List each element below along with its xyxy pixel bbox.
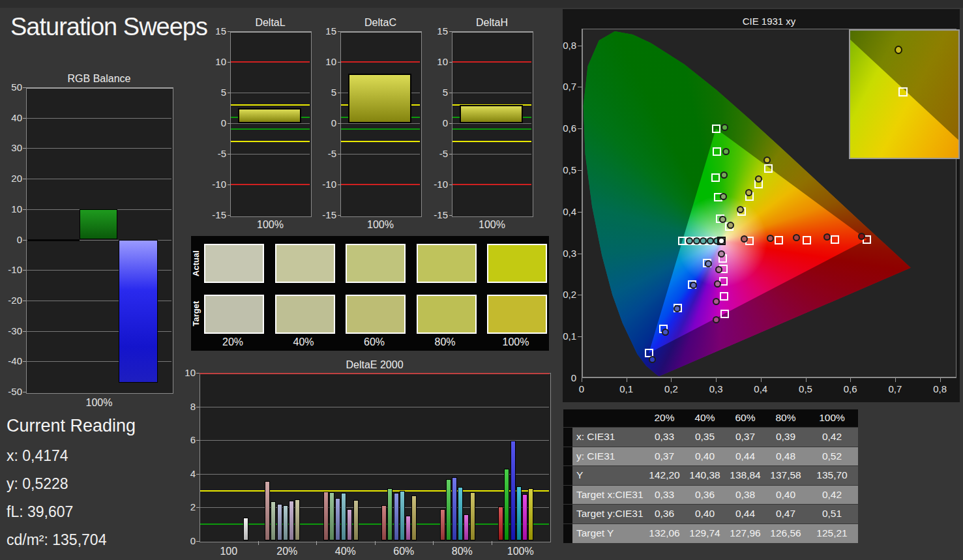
delta_h-tick-label: 10 [428,56,448,67]
cie-xtick-label: 0,6 [837,383,863,394]
current-reading-x: x: 0,4174 [7,447,68,465]
swatch-target-20% [204,295,264,334]
delta_h-tick [449,215,452,216]
delta_h-tick-label: -15 [428,209,448,220]
delta_h-tick-label: 5 [428,87,448,98]
delta_c-tick [338,31,340,32]
cie-xtick [627,378,627,382]
table-cell: 0,35 [685,431,725,443]
cie-measured-magenta-0 [718,250,725,258]
delta_l-limit-line [231,104,310,106]
delta_c-gridline [341,123,420,124]
delta_h-tick [449,154,452,155]
cie-inset-measured-point [895,46,902,54]
deltae-bar-40%-green [329,492,334,540]
cie-ytick [578,46,582,46]
deltae-limit-yellow [200,490,549,492]
table-cell: 142,20 [644,469,685,481]
table-cell: 0,40 [685,450,725,462]
rgb-tick-label: 10 [1,203,22,214]
cie-ytick [578,212,582,213]
cie-ytick-label: 0,7 [554,81,576,92]
delta_h-gridline [452,154,531,155]
delta_h-gridline [452,93,531,93]
deltae-bar-80%-blue [452,477,457,540]
cie-ytick [578,254,582,254]
deltae-bar-20%-yellow [295,499,300,541]
delta_l-tick [228,215,230,216]
deltae-tick-label: 10 [175,367,196,378]
cie-target-green-2 [711,173,720,182]
deltae-bar-40%-cyan [341,493,346,540]
cie-measured-magenta-1 [715,266,722,273]
delta_l-plot [230,31,312,217]
delta_h-tick [449,62,452,63]
delta_h-limit-line [452,61,531,63]
delta_c-tick-label: -10 [317,179,336,190]
cie-xtick-label: 0,1 [614,383,640,394]
deltae-bar-100%-yellow [528,488,533,540]
deltae-tick [196,507,200,508]
cie-measured-blue-0 [705,260,712,267]
cie-measured-green-2 [720,171,728,179]
cie-measured-red-0 [741,235,748,243]
cie-title: CIE 1931 xy [582,16,956,27]
rgb-bar-blue [119,240,158,383]
delta_c-limit-line [341,141,420,142]
cie-target-yellow-4 [764,164,773,173]
table-row-chip [563,524,572,543]
deltae-bar-40%-magenta [347,509,352,540]
table-cell: 137,58 [765,469,806,481]
cie-xtick-label: 0,7 [882,383,908,394]
table-cell: 0,42 [806,489,858,501]
rgb-tick [23,87,26,88]
deltae-bar-60%-cyan [400,491,405,540]
rgb-gridline [27,118,171,119]
delta_h-tick [449,31,452,32]
rgb-tick-label: -40 [1,355,22,366]
cie-xtick-label: 0,2 [658,383,684,394]
deltae-tick-label: 4 [175,468,196,479]
rgb-gridline [27,148,171,149]
delta_l-tick [228,184,230,185]
deltae-group-tick [492,541,492,545]
rgb-tick-label: -30 [1,325,22,336]
cie-target-magenta-4 [720,310,729,318]
cie-white-point-target [717,237,726,245]
deltae-group-tick [375,541,376,545]
rgb-bar-green [80,209,117,240]
cie-ytick-label: 0,6 [554,123,576,134]
cie-target-red-2 [803,236,811,244]
cie-ytick-label: 0,5 [554,164,576,175]
deltae-bar-80%-green [446,479,451,540]
rgb-gridline [27,179,171,179]
table-cell: 0,38 [725,489,765,501]
rgb-tick [23,118,26,119]
delta_h-tick [449,93,452,93]
delta_h-tick-label: 0 [428,117,448,128]
cie-ytick-label: 0,8 [554,40,576,51]
swatch-actual-20% [204,244,264,283]
table-cell: 126,56 [765,527,806,539]
deltae-tick-label: 0 [175,535,196,546]
deltae-bar-80%-magenta [464,514,469,540]
table-cell: 0,52 [806,450,858,462]
table-header-100%: 100% [806,412,858,424]
delta_c-tick-label: 5 [317,87,336,98]
table-cell: 138,84 [725,469,765,481]
deltae-tick-label: 2 [175,501,196,512]
cie-measured-green-3 [722,148,730,155]
deltae-gridline [200,474,549,475]
swatch-actual-80% [417,244,477,283]
table-row-chip [563,505,572,523]
swatch-actual-60% [346,244,406,283]
deltae-bar-20%-red [265,481,270,540]
table-header-60%: 60% [725,412,765,424]
table-row-label: Target Y [576,527,648,539]
current-reading-cd/m²: cd/m²: 135,704 [7,531,106,549]
delta_l-tick-label: 5 [207,87,226,98]
delta_l-tick [228,93,230,93]
delta_c-tick [338,154,340,155]
deltae-bar-60%-red [381,505,387,540]
cie-measured-green-4 [721,124,728,131]
